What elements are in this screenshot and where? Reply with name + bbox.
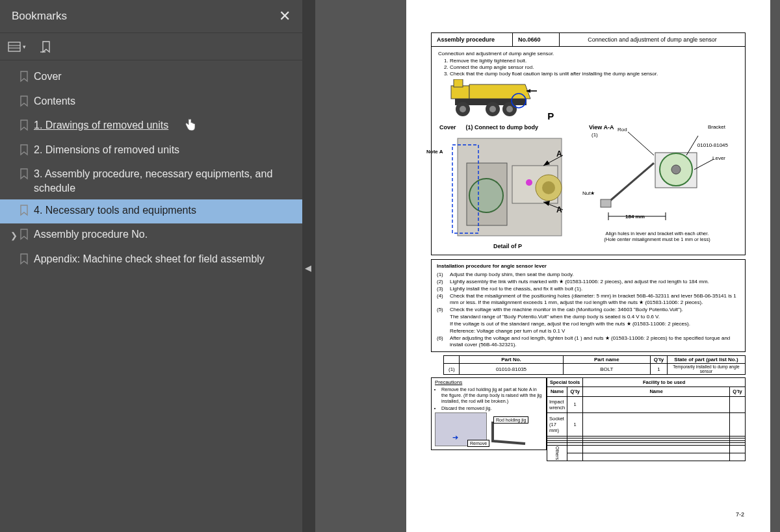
bookmark-label: Appendix: Machine check sheet for field … [34, 252, 294, 266]
tree-options-button[interactable]: ▾ [8, 42, 26, 52]
chevron-right-icon [10, 203, 20, 206]
bracket-label: Bracket [708, 124, 725, 130]
bookmark-label: 2. Dimensions of removed units [34, 143, 294, 157]
precaution-item: Remove the rod holding jig at part at No… [441, 386, 543, 404]
svg-line-33 [607, 163, 654, 203]
callout-one: (1) [592, 132, 598, 138]
tools-row: Impact wrench1 [547, 396, 746, 412]
rod-jig-label: Rod holding jig [493, 416, 528, 424]
svg-point-8 [460, 106, 466, 112]
svg-rect-5 [454, 79, 463, 87]
install-substep: The standard range of "Body Potentio.Vol… [450, 314, 740, 320]
svg-point-18 [469, 179, 503, 212]
intro-item: Connect the dump angle sensor rod. [450, 64, 738, 70]
page-number: 7-2 [736, 511, 744, 518]
bookmark-item[interactable]: ❯Assembly procedure No. [0, 223, 302, 248]
detail-p-label: Detail of P [439, 243, 576, 249]
bookmark-item[interactable]: Appendix: Machine check sheet for field … [0, 248, 302, 273]
install-step: (5)Check the voltage with the machine mo… [437, 307, 740, 313]
bookmark-label: Cover [34, 70, 294, 84]
intro-list: Remove the lightly tightened bolt.Connec… [450, 58, 738, 77]
bookmark-item[interactable]: 2. Dimensions of removed units [0, 139, 302, 164]
svg-point-22 [526, 179, 532, 186]
p-label: P [547, 110, 554, 121]
len-label: 184 mm [625, 214, 645, 220]
precautions-title: Precautions [435, 379, 462, 385]
bookmark-label: 3. Assembly procedure, necessary equipme… [34, 167, 294, 195]
note-a-label: Note A [426, 149, 443, 155]
page-header-table: Assembly procedure No.0660 Connection an… [431, 32, 746, 47]
parts-table: Part No. Part name Q'ty State of part (p… [443, 355, 746, 375]
document-pane[interactable]: Assembly procedure No.0660 Connection an… [315, 0, 780, 532]
intro-item: Remove the lightly tightened bolt. [450, 58, 738, 64]
chevron-right-icon [10, 70, 20, 72]
partno-callout: 01010-81045 [697, 142, 728, 148]
bookmark-label: 1. Drawings of removed units [34, 118, 294, 133]
sidebar-gutter: ◀ [302, 0, 315, 532]
chevron-right-icon [10, 167, 20, 170]
svg-rect-0 [8, 42, 20, 51]
hdr-title: Connection and adjustment of dump angle … [560, 33, 745, 46]
bookmark-icon [20, 94, 34, 111]
close-icon[interactable]: ✕ [279, 8, 291, 25]
chevron-right-icon [10, 252, 20, 255]
bookmark-icon [20, 203, 34, 220]
bookmark-item[interactable]: Cover [0, 66, 302, 90]
bookmark-label: 4. Necessary tools and equipments [34, 203, 294, 218]
bookmark-item[interactable]: 1. Drawings of removed units [0, 114, 302, 139]
bookmarks-list: CoverContents1. Drawings of removed unit… [0, 60, 302, 272]
bookmarks-panel: Bookmarks ✕ ▾ CoverContents1. Drawings o… [0, 0, 302, 532]
truck-figure: P [448, 79, 738, 121]
bookmark-label: Contents [34, 94, 294, 108]
install-step: (3)Lightly install the rod to the chassi… [437, 286, 740, 292]
svg-rect-34 [601, 199, 611, 207]
lever-label: Lever [712, 155, 725, 161]
bookmark-icon [20, 227, 34, 244]
bookmark-icon [20, 167, 34, 184]
hdr-no: No.0660 [513, 33, 560, 46]
svg-point-32 [671, 165, 681, 174]
align-l1: Align holes in lever and bracket with ea… [606, 231, 709, 236]
svg-point-10 [489, 106, 496, 112]
bookmark-item[interactable]: 3. Assembly procedure, necessary equipme… [0, 163, 302, 199]
bookmarks-title: Bookmarks [12, 10, 67, 23]
bookmark-icon [20, 143, 34, 160]
content-box: Connection and adjustment of dump angle … [431, 47, 746, 255]
install-substep: Reference: Voltage change per turn of nu… [450, 328, 740, 335]
svg-point-21 [542, 181, 555, 194]
view-label: View A-A [589, 124, 614, 131]
chevron-right-icon[interactable]: ❯ [10, 227, 20, 242]
cover-label: Cover [439, 124, 456, 131]
svg-line-36 [628, 132, 654, 155]
intro-item: Check that the dump body float caution l… [450, 71, 738, 77]
install-title: Installation procedure for angle sensor … [437, 263, 740, 270]
svg-rect-4 [451, 86, 469, 99]
bookmark-icon [20, 70, 34, 86]
hdr-assembly: Assembly procedure [432, 33, 513, 46]
tools-table: Special tools Facility to be used Name Q… [547, 377, 746, 461]
bookmark-item[interactable]: 4. Necessary tools and equipments [0, 199, 302, 224]
remove-label: Remove [467, 440, 489, 447]
bookmark-icon [20, 252, 34, 269]
align-l2: (Hole center misalignment must be 1 mm o… [604, 236, 710, 242]
chevron-right-icon [10, 143, 20, 146]
tools-row: Socket (17 mm)1 [547, 412, 746, 436]
install-box: Installation procedure for angle sensor … [431, 259, 746, 352]
bookmarks-toolbar: ▾ [0, 33, 302, 60]
svg-point-12 [506, 106, 513, 112]
intro-title: Connection and adjustment of dump angle … [438, 51, 738, 57]
collapse-panel-icon[interactable]: ◀ [305, 263, 311, 273]
bookmark-label: Assembly procedure No. [34, 227, 294, 242]
install-step: (1)Adjust the dump body shim, then seat … [437, 272, 740, 278]
bookmarks-header: Bookmarks ✕ [0, 0, 302, 33]
chevron-right-icon [10, 94, 20, 97]
pdf-page: Assembly procedure No.0660 Connection an… [406, 0, 770, 532]
rod-label: Rod [618, 127, 627, 133]
install-substep: If the voltage is out of the standard ra… [450, 321, 740, 327]
install-step: (4)Check that the misalignment of the po… [437, 293, 740, 306]
chevron-right-icon [10, 118, 20, 121]
precaution-item: Discard the removed jig. [441, 405, 543, 411]
bookmark-ribbon-icon[interactable] [40, 40, 52, 53]
connect-label: (1) Connect to dump body [466, 124, 539, 131]
bookmark-item[interactable]: Contents [0, 90, 302, 115]
